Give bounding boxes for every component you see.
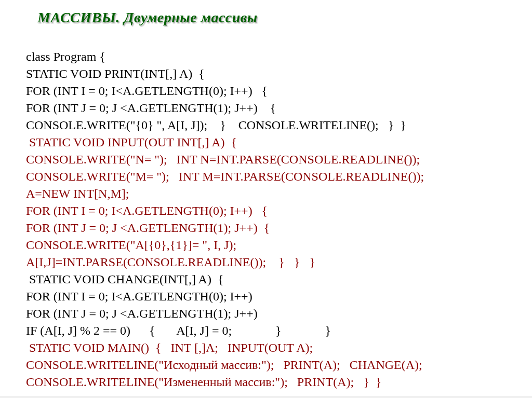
code-line: STATIC VOID PRINT(INT[,] A) { bbox=[26, 67, 205, 80]
code-line: CONSOLE.WRITELINE("Измененный массив:");… bbox=[26, 375, 381, 389]
slide-container: МАССИВЫ. Двумерные массивы class Program… bbox=[0, 0, 532, 398]
code-line: CONSOLE.WRITE("{0} ", A[I, J]); } CONSOL… bbox=[26, 118, 406, 132]
code-line: CONSOLE.WRITE("A[{0},{1}]= ", I, J); bbox=[26, 238, 236, 252]
code-line: FOR (INT I = 0; I<A.GETLENGTH(0); I++) { bbox=[26, 204, 268, 217]
code-line: STATIC VOID CHANGE(INT[,] A) { bbox=[26, 272, 223, 286]
code-line: CONSOLE.WRITE("N= "); INT N=INT.PARSE(CO… bbox=[26, 153, 420, 166]
code-block: class Program { STATIC VOID PRINT(INT[,]… bbox=[26, 31, 511, 391]
code-line: class Program { bbox=[26, 50, 105, 63]
slide-title: МАССИВЫ. Двумерные массивы bbox=[37, 9, 511, 26]
code-line: FOR (INT I = 0; I<A.GETLENGTH(0); I++) { bbox=[26, 84, 268, 98]
code-line: FOR (INT J = 0; J <A.GETLENGTH(1); J++) bbox=[26, 307, 258, 320]
code-line: FOR (INT I = 0; I<A.GETLENGTH(0); I++) bbox=[26, 290, 252, 303]
code-line: FOR (INT J = 0; J <A.GETLENGTH(1); J++) … bbox=[26, 221, 270, 235]
code-line: A[I,J]=INT.PARSE(CONSOLE.READLINE()); } … bbox=[26, 255, 315, 269]
code-line: STATIC VOID MAIN() { INT [,]A; INPUT(OUT… bbox=[26, 341, 313, 354]
code-line: CONSOLE.WRITELINE("Исходный массив:"); P… bbox=[26, 358, 422, 372]
code-line: A=NEW INT[N,M]; bbox=[26, 187, 129, 200]
code-line: FOR (INT J = 0; J <A.GETLENGTH(1); J++) … bbox=[26, 101, 276, 115]
code-line: STATIC VOID INPUT(OUT INT[,] A) { bbox=[26, 135, 237, 149]
code-line: CONSOLE.WRITE("M= "); INT M=INT.PARSE(CO… bbox=[26, 170, 424, 183]
code-line: IF (A[I, J] % 2 == 0) { A[I, J] = 0; } } bbox=[26, 324, 331, 337]
